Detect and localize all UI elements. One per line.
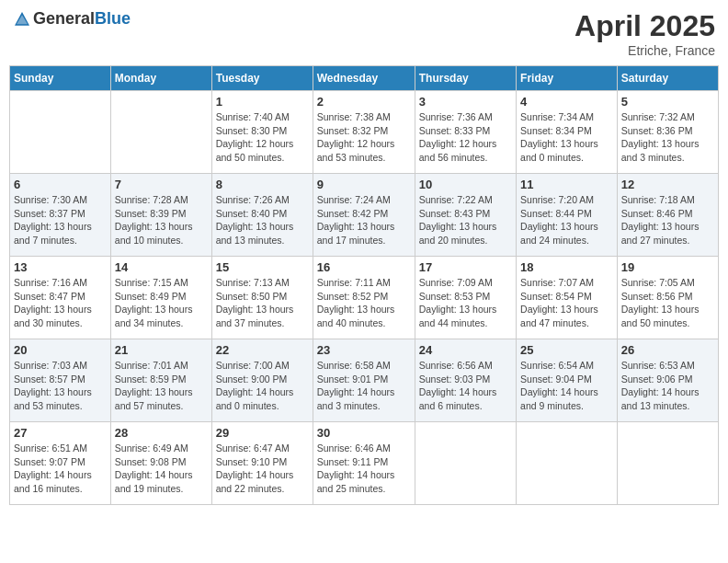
calendar-cell: 14Sunrise: 7:15 AM Sunset: 8:49 PM Dayli… xyxy=(110,257,211,339)
calendar-week-row: 27Sunrise: 6:51 AM Sunset: 9:07 PM Dayli… xyxy=(10,422,719,505)
day-header-friday: Friday xyxy=(517,66,618,91)
month-title: April 2025 xyxy=(574,9,715,43)
day-number: 18 xyxy=(520,260,613,274)
day-number: 12 xyxy=(621,178,714,191)
day-header-wednesday: Wednesday xyxy=(313,66,415,91)
day-number: 6 xyxy=(14,178,107,191)
calendar-cell: 17Sunrise: 7:09 AM Sunset: 8:53 PM Dayli… xyxy=(415,257,516,339)
day-detail: Sunrise: 6:47 AM Sunset: 9:10 PM Dayligh… xyxy=(216,442,309,496)
calendar-cell: 18Sunrise: 7:07 AM Sunset: 8:54 PM Dayli… xyxy=(517,257,618,339)
day-detail: Sunrise: 6:56 AM Sunset: 9:03 PM Dayligh… xyxy=(419,359,512,413)
day-number: 5 xyxy=(621,95,714,109)
calendar-cell: 3Sunrise: 7:36 AM Sunset: 8:33 PM Daylig… xyxy=(415,91,516,174)
calendar-cell: 9Sunrise: 7:24 AM Sunset: 8:42 PM Daylig… xyxy=(313,174,415,257)
day-detail: Sunrise: 7:32 AM Sunset: 8:36 PM Dayligh… xyxy=(621,110,714,165)
day-detail: Sunrise: 7:36 AM Sunset: 8:33 PM Dayligh… xyxy=(419,110,512,165)
calendar-cell: 19Sunrise: 7:05 AM Sunset: 8:56 PM Dayli… xyxy=(617,257,718,339)
calendar-cell xyxy=(517,422,618,505)
day-detail: Sunrise: 7:28 AM Sunset: 8:39 PM Dayligh… xyxy=(115,193,208,247)
logo: GeneralBlue xyxy=(13,9,131,29)
day-number: 24 xyxy=(419,343,512,357)
day-detail: Sunrise: 6:49 AM Sunset: 9:08 PM Dayligh… xyxy=(115,442,208,496)
calendar-cell: 12Sunrise: 7:18 AM Sunset: 8:46 PM Dayli… xyxy=(617,174,718,257)
calendar-cell: 24Sunrise: 6:56 AM Sunset: 9:03 PM Dayli… xyxy=(415,339,516,422)
day-number: 4 xyxy=(520,95,613,109)
day-number: 8 xyxy=(216,178,309,191)
calendar-cell xyxy=(10,91,111,174)
day-detail: Sunrise: 6:51 AM Sunset: 9:07 PM Dayligh… xyxy=(14,442,107,496)
day-number: 29 xyxy=(216,426,309,440)
day-number: 26 xyxy=(621,343,714,357)
day-number: 19 xyxy=(621,260,714,274)
day-number: 10 xyxy=(419,178,512,191)
day-header-thursday: Thursday xyxy=(415,66,516,91)
calendar-cell: 4Sunrise: 7:34 AM Sunset: 8:34 PM Daylig… xyxy=(517,91,618,174)
calendar-cell xyxy=(415,422,516,505)
calendar-week-row: 13Sunrise: 7:16 AM Sunset: 8:47 PM Dayli… xyxy=(10,257,719,339)
calendar-cell: 23Sunrise: 6:58 AM Sunset: 9:01 PM Dayli… xyxy=(313,339,415,422)
calendar-cell: 2Sunrise: 7:38 AM Sunset: 8:32 PM Daylig… xyxy=(313,91,415,174)
day-number: 13 xyxy=(14,260,107,274)
calendar-week-row: 1Sunrise: 7:40 AM Sunset: 8:30 PM Daylig… xyxy=(10,91,719,174)
calendar-cell: 22Sunrise: 7:00 AM Sunset: 9:00 PM Dayli… xyxy=(211,339,313,422)
calendar-cell: 13Sunrise: 7:16 AM Sunset: 8:47 PM Dayli… xyxy=(10,257,111,339)
calendar-cell: 26Sunrise: 6:53 AM Sunset: 9:06 PM Dayli… xyxy=(617,339,718,422)
day-header-sunday: Sunday xyxy=(10,66,111,91)
day-number: 7 xyxy=(115,178,208,191)
calendar-header-row: SundayMondayTuesdayWednesdayThursdayFrid… xyxy=(10,66,719,91)
day-header-tuesday: Tuesday xyxy=(211,66,313,91)
calendar-cell: 20Sunrise: 7:03 AM Sunset: 8:57 PM Dayli… xyxy=(10,339,111,422)
day-detail: Sunrise: 7:26 AM Sunset: 8:40 PM Dayligh… xyxy=(216,193,309,247)
day-detail: Sunrise: 7:11 AM Sunset: 8:52 PM Dayligh… xyxy=(317,276,411,330)
logo-text-general: General xyxy=(33,9,95,28)
day-detail: Sunrise: 7:16 AM Sunset: 8:47 PM Dayligh… xyxy=(14,276,107,330)
day-detail: Sunrise: 7:18 AM Sunset: 8:46 PM Dayligh… xyxy=(621,193,714,247)
day-detail: Sunrise: 7:38 AM Sunset: 8:32 PM Dayligh… xyxy=(317,110,411,165)
day-number: 3 xyxy=(419,95,512,109)
day-detail: Sunrise: 6:54 AM Sunset: 9:04 PM Dayligh… xyxy=(520,359,613,413)
day-detail: Sunrise: 6:53 AM Sunset: 9:06 PM Dayligh… xyxy=(621,359,714,413)
day-number: 1 xyxy=(216,95,309,109)
day-number: 2 xyxy=(317,95,411,109)
logo-icon xyxy=(13,10,31,29)
calendar-cell xyxy=(110,91,211,174)
day-detail: Sunrise: 7:20 AM Sunset: 8:44 PM Dayligh… xyxy=(520,193,613,247)
calendar-cell: 25Sunrise: 6:54 AM Sunset: 9:04 PM Dayli… xyxy=(517,339,618,422)
calendar-cell: 28Sunrise: 6:49 AM Sunset: 9:08 PM Dayli… xyxy=(110,422,211,505)
calendar-cell: 15Sunrise: 7:13 AM Sunset: 8:50 PM Dayli… xyxy=(211,257,313,339)
day-number: 15 xyxy=(216,260,309,274)
calendar-cell: 11Sunrise: 7:20 AM Sunset: 8:44 PM Dayli… xyxy=(517,174,618,257)
calendar-cell: 7Sunrise: 7:28 AM Sunset: 8:39 PM Daylig… xyxy=(110,174,211,257)
location: Etriche, France xyxy=(574,43,715,58)
day-number: 14 xyxy=(115,260,208,274)
day-number: 21 xyxy=(115,343,208,357)
day-detail: Sunrise: 7:34 AM Sunset: 8:34 PM Dayligh… xyxy=(520,110,613,165)
calendar-cell: 10Sunrise: 7:22 AM Sunset: 8:43 PM Dayli… xyxy=(415,174,516,257)
day-detail: Sunrise: 6:46 AM Sunset: 9:11 PM Dayligh… xyxy=(317,442,411,496)
day-detail: Sunrise: 7:30 AM Sunset: 8:37 PM Dayligh… xyxy=(14,193,107,247)
day-detail: Sunrise: 7:03 AM Sunset: 8:57 PM Dayligh… xyxy=(14,359,107,413)
day-number: 23 xyxy=(317,343,411,357)
day-header-monday: Monday xyxy=(110,66,211,91)
day-detail: Sunrise: 7:22 AM Sunset: 8:43 PM Dayligh… xyxy=(419,193,512,247)
logo-text-blue: Blue xyxy=(95,9,131,28)
day-number: 27 xyxy=(14,426,107,440)
day-number: 22 xyxy=(216,343,309,357)
day-detail: Sunrise: 7:00 AM Sunset: 9:00 PM Dayligh… xyxy=(216,359,309,413)
calendar-cell: 30Sunrise: 6:46 AM Sunset: 9:11 PM Dayli… xyxy=(313,422,415,505)
calendar-cell: 16Sunrise: 7:11 AM Sunset: 8:52 PM Dayli… xyxy=(313,257,415,339)
calendar-cell: 6Sunrise: 7:30 AM Sunset: 8:37 PM Daylig… xyxy=(10,174,111,257)
day-number: 20 xyxy=(14,343,107,357)
day-number: 16 xyxy=(317,260,411,274)
day-number: 9 xyxy=(317,178,411,191)
day-detail: Sunrise: 7:40 AM Sunset: 8:30 PM Dayligh… xyxy=(216,110,309,165)
day-number: 11 xyxy=(520,178,613,191)
calendar-table: SundayMondayTuesdayWednesdayThursdayFrid… xyxy=(9,65,719,505)
calendar-cell: 27Sunrise: 6:51 AM Sunset: 9:07 PM Dayli… xyxy=(10,422,111,505)
calendar-cell xyxy=(617,422,718,505)
day-detail: Sunrise: 7:07 AM Sunset: 8:54 PM Dayligh… xyxy=(520,276,613,330)
day-header-saturday: Saturday xyxy=(617,66,718,91)
day-detail: Sunrise: 7:09 AM Sunset: 8:53 PM Dayligh… xyxy=(419,276,512,330)
day-number: 30 xyxy=(317,426,411,440)
calendar-cell: 1Sunrise: 7:40 AM Sunset: 8:30 PM Daylig… xyxy=(211,91,313,174)
